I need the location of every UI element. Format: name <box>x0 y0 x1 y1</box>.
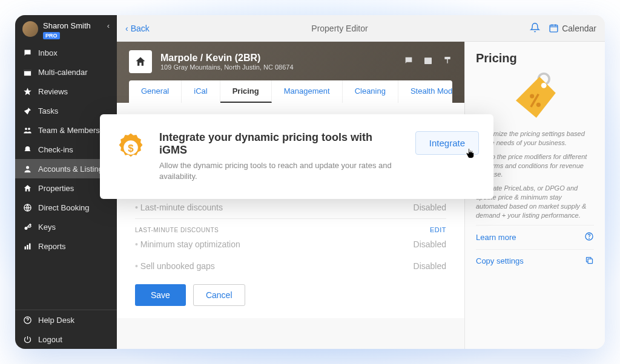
svg-point-21 <box>589 238 590 239</box>
paint-icon[interactable] <box>443 56 452 68</box>
sidebar-item-label: Team & Members <box>38 126 100 135</box>
sidebar-item-label: Check-ins <box>38 145 73 154</box>
setting-row: Sell unbooked gapsDisabled <box>135 255 446 277</box>
sidebar-item-label: Tasks <box>38 106 58 115</box>
profile-block[interactable]: Sharon Smith PRO ‹ <box>15 15 117 43</box>
sidebar-item-label: Keys <box>38 223 56 232</box>
sidebar-item-logout[interactable]: Logout <box>15 330 117 349</box>
help-icon <box>22 315 32 325</box>
svg-rect-8 <box>27 245 28 250</box>
help-circle-icon <box>584 232 594 243</box>
setting-name: Minimum stay optimization <box>135 239 240 249</box>
pricing-groups: DISCOUNTSEDITLast-minute discountsDisabl… <box>135 189 446 277</box>
svg-rect-12 <box>424 57 432 64</box>
svg-text:$: $ <box>128 143 134 154</box>
svg-point-4 <box>26 166 29 169</box>
right-paragraph: Set up the price modifiers for different… <box>476 152 594 180</box>
right-paragraphs: Customize the pricing settings based on … <box>476 129 594 220</box>
user-icon <box>22 164 32 174</box>
tabs: GeneraliCalPricingManagementCleaningStea… <box>129 80 452 103</box>
chat-icon <box>22 48 32 57</box>
save-button[interactable]: Save <box>135 284 186 306</box>
property-header: Marpole / Kevin (2BR) 109 Gray Mountains… <box>117 42 464 103</box>
setting-name: Last-minute discounts <box>135 203 223 212</box>
button-row: Save Cancel <box>135 284 446 306</box>
setting-name: Sell unbooked gaps <box>135 261 215 271</box>
cancel-button[interactable]: Cancel <box>193 284 245 306</box>
sidebar-item-label: Direct Booking <box>38 203 90 212</box>
tab-cleaning[interactable]: Cleaning <box>343 80 398 103</box>
sidebar-item-label: Inbox <box>38 48 58 57</box>
svg-rect-11 <box>550 25 558 32</box>
sidebar-item-multi-calendar[interactable]: Multi-calendar <box>15 62 117 82</box>
copy-settings-label: Copy settings <box>476 256 524 265</box>
group-name: LAST-MINUTE DISCOUNTS <box>135 227 219 233</box>
sidebar-item-direct-booking[interactable]: Direct Booking <box>15 198 117 217</box>
power-icon <box>22 334 32 344</box>
app-window: Sharon Smith PRO ‹ InboxMulti-calendarRe… <box>15 15 605 349</box>
setting-state: Disabled <box>414 261 446 271</box>
sidebar-item-label: Multi-calendar <box>38 68 88 77</box>
sidebar-item-label: Logout <box>38 335 62 344</box>
collapse-sidebar-icon[interactable]: ‹ <box>107 21 110 30</box>
calendar-small-icon[interactable] <box>423 56 433 68</box>
integrate-button[interactable]: Integrate <box>415 131 479 155</box>
bell-icon[interactable] <box>530 22 540 34</box>
svg-point-17 <box>530 94 534 99</box>
calendar-icon <box>22 67 32 77</box>
globe-icon <box>22 203 32 212</box>
sidebar-item-reports[interactable]: Reports <box>15 236 117 256</box>
home-icon <box>129 50 152 73</box>
team-icon <box>22 125 32 135</box>
copy-settings-link[interactable]: Copy settings <box>476 249 594 273</box>
setting-state: Disabled <box>414 203 446 212</box>
star-icon <box>22 86 32 96</box>
setting-state: Disabled <box>414 239 446 249</box>
tab-management[interactable]: Management <box>272 80 343 103</box>
sidebar-item-reviews[interactable]: Reviews <box>15 82 117 101</box>
integrate-label: Integrate <box>429 138 465 148</box>
svg-rect-9 <box>29 243 31 249</box>
setting-row: Minimum stay optimizationDisabled <box>135 233 446 255</box>
pro-badge: PRO <box>43 32 60 39</box>
svg-point-16 <box>541 83 546 88</box>
topbar: ‹ Back Property Editor Calendar <box>117 15 605 42</box>
svg-rect-13 <box>444 57 450 59</box>
modal-title: Integrate your dynamic pricing tools wit… <box>159 131 403 157</box>
tab-stealth-mode[interactable]: Stealth Mode <box>398 80 452 103</box>
sidebar-item-inbox[interactable]: Inbox <box>15 43 117 62</box>
chart-icon <box>22 241 32 251</box>
chat-icon[interactable] <box>404 56 414 68</box>
avatar <box>22 21 38 37</box>
calendar-label: Calendar <box>562 24 596 33</box>
profile-name: Sharon Smith <box>43 21 91 30</box>
svg-rect-7 <box>24 246 26 249</box>
gear-dollar-icon: $ <box>114 131 147 164</box>
sidebar-item-help-desk[interactable]: Help Desk <box>15 310 117 330</box>
svg-point-6 <box>24 226 27 229</box>
cursor-hand-icon <box>464 148 476 163</box>
price-tag-icon <box>508 73 562 121</box>
svg-point-3 <box>28 128 30 130</box>
sidebar-item-keys[interactable]: Keys <box>15 217 117 236</box>
page-title: Property Editor <box>150 24 530 33</box>
tab-ical[interactable]: iCal <box>182 80 220 103</box>
svg-rect-22 <box>588 259 593 264</box>
svg-rect-14 <box>447 59 447 63</box>
home-icon <box>22 183 32 193</box>
chevron-left-icon: ‹ <box>125 24 128 33</box>
key-icon <box>22 222 32 232</box>
tab-pricing[interactable]: Pricing <box>220 80 272 103</box>
edit-link[interactable]: EDIT <box>430 226 446 233</box>
sidebar-item-label: Accounts & Listings <box>38 164 107 174</box>
calendar-link[interactable]: Calendar <box>549 23 596 33</box>
learn-more-link[interactable]: Learn more <box>476 225 594 249</box>
back-button[interactable]: ‹ Back <box>125 24 150 33</box>
tab-general[interactable]: General <box>129 80 182 103</box>
sidebar-item-label: Help Desk <box>38 316 74 325</box>
svg-point-18 <box>536 103 540 107</box>
right-panel-title: Pricing <box>476 51 594 65</box>
modal-subtitle: Allow the dynamic pricing tools to reach… <box>159 160 403 182</box>
bell-icon <box>22 145 32 154</box>
sidebar-item-label: Reviews <box>38 87 68 96</box>
